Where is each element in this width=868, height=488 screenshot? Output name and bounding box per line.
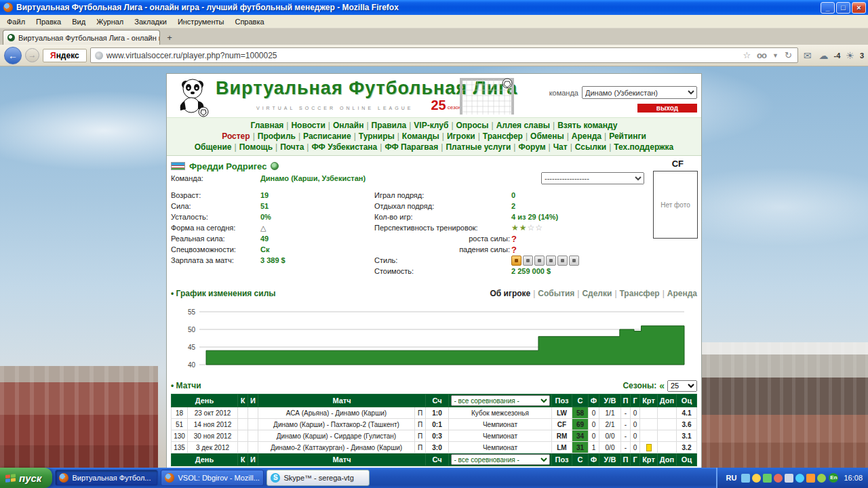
mail-icon[interactable]: ✉ (802, 50, 814, 61)
style-icon-1[interactable] (511, 256, 521, 266)
match-teams-link[interactable]: АСА (Арьяна) - Динамо (Карши) (258, 407, 415, 419)
match-teams-link[interactable]: Динамо-2 (Каттакурган) - Динамо (Карши) (258, 442, 415, 453)
nav-link-4[interactable]: ФФ Парагвая (384, 142, 438, 152)
stat-value[interactable]: ? (511, 245, 517, 255)
nav-link-6[interactable]: Аллея славы (496, 121, 550, 130)
player-tab-3[interactable]: Трансфер (620, 289, 660, 298)
tray-icon-7[interactable] (806, 474, 815, 483)
match-teams-link[interactable]: Динамо (Карши) - Пахтакор-2 (Ташкент) (258, 419, 415, 430)
menu-item-2[interactable]: Вид (66, 16, 91, 27)
nav-link-4[interactable]: Команды (402, 131, 439, 141)
team-name[interactable]: Динамо (Карши, Узбекистан) (260, 174, 366, 182)
tray-icon-6[interactable] (795, 474, 804, 483)
nav-link-1[interactable]: Помощь (239, 142, 273, 152)
style-icon-4[interactable] (546, 256, 556, 266)
nav-link-8[interactable]: Аренда (572, 131, 601, 141)
back-button[interactable]: ← (4, 47, 22, 64)
nav-link-9[interactable]: Тех.поддержка (614, 142, 673, 152)
bookmark-star-icon[interactable]: ☆ (741, 50, 752, 60)
dropdown-caret-icon[interactable]: ▼ (771, 52, 780, 59)
tray-icon-2[interactable] (752, 474, 761, 483)
nav-link-7[interactable]: Обмены (530, 131, 564, 141)
player-tab-0[interactable]: Об игроке (490, 289, 530, 298)
taskbar-button-vsol[interactable]: VSOL: Dbgirov - Mozill... (161, 470, 264, 486)
language-indicator[interactable]: RU (724, 474, 739, 482)
nav-link-3[interactable]: ФФ Узбекистана (311, 142, 377, 152)
nav-link-0[interactable]: Общение (195, 142, 232, 152)
nav-link-3[interactable]: Турниры (359, 131, 395, 141)
seasons-prev-link[interactable]: « (659, 380, 665, 391)
match-score-link[interactable]: 3:0 (426, 442, 449, 453)
stat-value[interactable]: ? (511, 234, 517, 244)
taskbar-button-vfl[interactable]: Виртуальная Футбол... (55, 470, 158, 486)
forward-button[interactable]: → (25, 48, 39, 62)
style-icon-5[interactable] (557, 256, 568, 266)
taskbar-button-skype[interactable]: S Skype™ - serega-vtg (267, 470, 370, 486)
stat-label: падения силы: (374, 245, 511, 253)
nav-link-0[interactable]: Главная (251, 121, 284, 130)
team-switcher-select[interactable]: Динамо (Узбекистан) (582, 86, 697, 99)
match-score-link[interactable]: 0:3 (426, 430, 449, 442)
nav-link-6[interactable]: Трансфер (483, 131, 523, 141)
match-score-link[interactable]: 1:0 (426, 407, 449, 419)
browser-tab[interactable]: Виртуальная Футбольная Лига - онлайн и..… (3, 30, 160, 45)
nav-link-1[interactable]: Новости (291, 121, 325, 130)
nav-link-0[interactable]: Ростер (222, 131, 250, 141)
competition-filter-select[interactable]: - все соревнования - (451, 395, 550, 406)
nav-link-2[interactable]: Онлайн (333, 121, 364, 130)
col-s: С (572, 453, 589, 466)
competition-filter-select-bottom[interactable]: - все соревнования - (451, 454, 550, 465)
nav-link-7[interactable]: Чат (553, 142, 568, 152)
menu-item-4[interactable]: Закладки (129, 16, 172, 27)
style-icon-6[interactable] (569, 256, 579, 266)
nav-link-5[interactable]: Платные услуги (446, 142, 511, 152)
tray-icon-1[interactable] (741, 474, 750, 483)
match-teams-link[interactable]: Динамо (Карши) - Сирдаре (Гулистан) (258, 430, 415, 442)
style-icon-3[interactable] (534, 256, 545, 266)
season-select[interactable]: 25 (667, 380, 697, 392)
nav-link-4[interactable]: VIP-клуб (414, 121, 448, 130)
url-bar[interactable]: www.virtualsoccer.ru/player.php?num=1000… (90, 47, 798, 63)
maximize-button[interactable]: □ (836, 2, 850, 14)
minimize-button[interactable]: _ (821, 2, 835, 14)
player-tab-1[interactable]: События (538, 289, 574, 298)
menu-item-6[interactable]: Справка (229, 16, 269, 27)
menu-item-1[interactable]: Правка (31, 16, 66, 27)
player-tab-4[interactable]: Аренда (667, 289, 697, 298)
tray-icon-5[interactable] (785, 474, 793, 483)
start-button[interactable]: пуск (0, 468, 52, 488)
menu-item-5[interactable]: Инструменты (172, 16, 230, 27)
close-button[interactable]: × (852, 2, 866, 14)
tray-icon-8[interactable] (817, 474, 826, 483)
nav-link-6[interactable]: Форум (518, 142, 545, 152)
nav-link-2[interactable]: Расписание (303, 131, 351, 141)
match-score-link[interactable]: 0:1 (426, 419, 449, 430)
nav-link-8[interactable]: Ссылки (575, 142, 606, 152)
nav-link-5[interactable]: Опросы (456, 121, 489, 130)
player-team-dropdown[interactable]: ------------------ (541, 172, 644, 184)
nav-link-7[interactable]: Взять команду (557, 121, 617, 130)
nav-link-2[interactable]: Почта (280, 142, 304, 152)
nav-link-9[interactable]: Рейтинги (609, 131, 646, 141)
weather-icon[interactable]: ☁ (817, 50, 831, 61)
menu-item-3[interactable]: Журнал (91, 16, 129, 27)
logout-button[interactable]: выход (637, 104, 697, 113)
tray-icon-4[interactable] (774, 474, 783, 483)
player-tab-2[interactable]: Сделки (582, 289, 612, 298)
nav-link-1[interactable]: Профиль (258, 131, 296, 141)
style-icon-2[interactable] (523, 256, 533, 266)
url-text[interactable]: www.virtualsoccer.ru/player.php?num=1000… (106, 51, 738, 60)
sun-icon[interactable]: ☀ (844, 50, 856, 61)
reader-glasses-icon[interactable]: oo (755, 50, 768, 60)
nav-link-5[interactable]: Игроки (447, 131, 475, 141)
reload-icon[interactable]: ↻ (783, 50, 793, 60)
new-tab-button[interactable]: + (161, 31, 178, 45)
matches-footer-row: День К И Матч Сч - все соревнования - По… (172, 453, 697, 466)
nav-separator: | (567, 131, 569, 141)
globe-icon[interactable] (271, 162, 279, 170)
language-en-icon[interactable]: En (829, 473, 838, 483)
yandex-button[interactable]: Яндекс (43, 49, 87, 62)
menu-item-0[interactable]: Файл (1, 16, 31, 27)
nav-link-3[interactable]: Правила (372, 121, 407, 130)
tray-icon-3[interactable] (763, 474, 772, 483)
